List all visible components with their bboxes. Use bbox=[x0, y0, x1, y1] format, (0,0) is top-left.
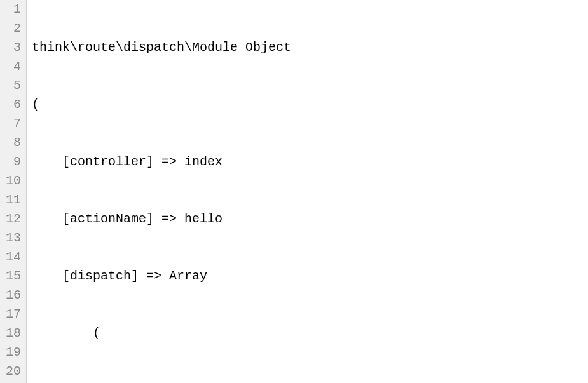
line-number-gutter: 1 2 3 4 5 6 7 8 9 10 11 12 13 14 15 16 1… bbox=[0, 0, 27, 383]
line-number: 10 bbox=[3, 171, 21, 191]
code-line: [controller] => index bbox=[32, 152, 291, 171]
code-line: ( bbox=[32, 324, 291, 343]
line-number: 2 bbox=[3, 19, 21, 38]
line-number: 19 bbox=[3, 343, 21, 362]
line-number: 14 bbox=[3, 248, 21, 267]
line-number: 16 bbox=[3, 286, 21, 305]
line-number: 1 bbox=[3, 0, 21, 19]
line-number: 13 bbox=[3, 229, 21, 248]
line-number: 20 bbox=[3, 362, 21, 381]
code-line: [dispatch] => Array bbox=[32, 267, 291, 286]
line-number: 15 bbox=[3, 267, 21, 286]
line-number: 8 bbox=[3, 133, 21, 152]
line-number: 17 bbox=[3, 305, 21, 324]
line-number: 4 bbox=[3, 57, 21, 76]
line-number: 6 bbox=[3, 95, 21, 114]
line-number: 18 bbox=[3, 324, 21, 343]
line-number: 11 bbox=[3, 191, 21, 210]
line-number: 9 bbox=[3, 152, 21, 171]
code-line: [actionName] => hello bbox=[32, 210, 291, 229]
line-number: 5 bbox=[3, 76, 21, 95]
code-line: think\route\dispatch\Module Object bbox=[32, 38, 291, 57]
code-content[interactable]: think\route\dispatch\Module Object ( [co… bbox=[27, 0, 291, 383]
line-number: 7 bbox=[3, 114, 21, 133]
line-number: 12 bbox=[3, 210, 21, 229]
code-editor: 1 2 3 4 5 6 7 8 9 10 11 12 13 14 15 16 1… bbox=[0, 0, 588, 383]
line-number: 3 bbox=[3, 38, 21, 57]
code-line: ( bbox=[32, 95, 291, 114]
